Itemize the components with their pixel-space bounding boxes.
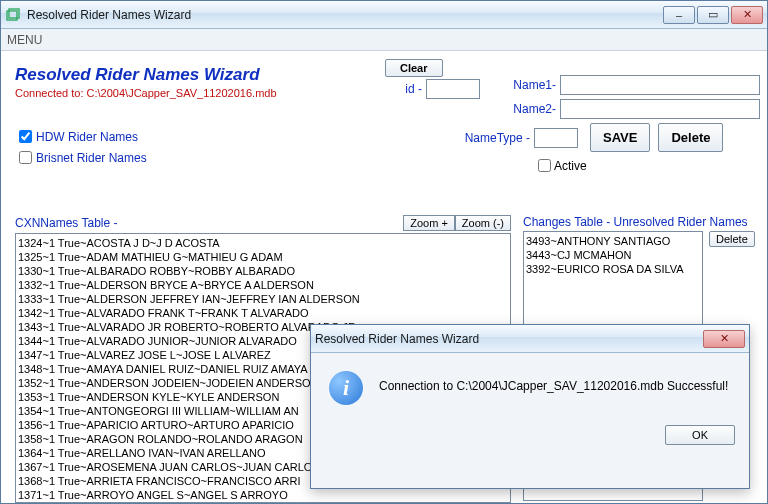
hdw-checkbox[interactable] xyxy=(19,130,32,143)
table-row[interactable]: 1332~1 True~ALDERSON BRYCE A~BRYCE A ALD… xyxy=(18,278,508,292)
zoom-out-button[interactable]: Zoom (-) xyxy=(455,215,511,231)
dialog-close-button[interactable]: ✕ xyxy=(703,330,745,348)
app-icon xyxy=(5,7,21,23)
brisnet-checkbox-row[interactable]: Brisnet Rider Names xyxy=(15,148,345,167)
dialog-message: Connection to C:\2004\JCapper_SAV_112020… xyxy=(379,371,728,393)
delete-button[interactable]: Delete xyxy=(658,123,723,152)
table-row[interactable]: 1325~1 True~ADAM MATHIEU G~MATHIEU G ADA… xyxy=(18,250,508,264)
name2-label: Name2- xyxy=(488,102,556,116)
menubar: MENU xyxy=(1,29,767,51)
info-icon: i xyxy=(329,371,363,405)
name1-field[interactable] xyxy=(560,75,760,95)
maximize-button[interactable]: ▭ xyxy=(697,6,729,24)
window-title: Resolved Rider Names Wizard xyxy=(27,8,191,22)
connection-string: Connected to: C:\2004\JCapper_SAV_112020… xyxy=(15,87,345,99)
table-row[interactable]: 1342~1 True~ALVARADO FRANK T~FRANK T ALV… xyxy=(18,306,508,320)
titlebar: Resolved Rider Names Wizard – ▭ ✕ xyxy=(1,1,767,29)
cxn-table-title: CXNNames Table - xyxy=(15,216,117,230)
dialog-titlebar: Resolved Rider Names Wizard ✕ xyxy=(311,325,749,353)
nametype-label: NameType - xyxy=(450,131,530,145)
changes-table-title: Changes Table - Unresolved Rider Names xyxy=(523,215,748,229)
name1-label: Name1- xyxy=(488,78,556,92)
nametype-field[interactable] xyxy=(534,128,578,148)
close-button[interactable]: ✕ xyxy=(731,6,763,24)
table-row[interactable]: 3443~CJ MCMAHON xyxy=(526,248,700,262)
menu-item-menu[interactable]: MENU xyxy=(7,33,42,47)
minimize-button[interactable]: – xyxy=(663,6,695,24)
ok-button[interactable]: OK xyxy=(665,425,735,445)
brisnet-label: Brisnet Rider Names xyxy=(36,151,147,165)
active-checkbox[interactable] xyxy=(538,159,551,172)
dialog-window: Resolved Rider Names Wizard ✕ i Connecti… xyxy=(310,324,750,489)
active-checkbox-row[interactable]: Active xyxy=(534,156,587,175)
page-title: Resolved Rider Names Wizard xyxy=(15,65,345,85)
table-row[interactable]: 1371~1 True~ARROYO ANGEL S~ANGEL S ARROY… xyxy=(18,488,508,502)
table-row[interactable]: 3392~EURICO ROSA DA SILVA xyxy=(526,262,700,276)
table-row[interactable]: 3493~ANTHONY SANTIAGO xyxy=(526,234,700,248)
changes-delete-button[interactable]: Delete xyxy=(709,231,755,247)
table-row[interactable]: 1324~1 True~ACOSTA J D~J D ACOSTA xyxy=(18,236,508,250)
table-row[interactable]: 1330~1 True~ALBARADO ROBBY~ROBBY ALBARAD… xyxy=(18,264,508,278)
hdw-checkbox-row[interactable]: HDW Rider Names xyxy=(15,127,345,146)
name2-field[interactable] xyxy=(560,99,760,119)
active-label: Active xyxy=(554,159,587,173)
table-row[interactable]: 1333~1 True~ALDERSON JEFFREY IAN~JEFFREY… xyxy=(18,292,508,306)
hdw-label: HDW Rider Names xyxy=(36,130,138,144)
zoom-in-button[interactable]: Zoom + xyxy=(403,215,455,231)
brisnet-checkbox[interactable] xyxy=(19,151,32,164)
dialog-title: Resolved Rider Names Wizard xyxy=(315,332,479,346)
save-button[interactable]: SAVE xyxy=(590,123,650,152)
id-label: id - xyxy=(354,82,422,96)
